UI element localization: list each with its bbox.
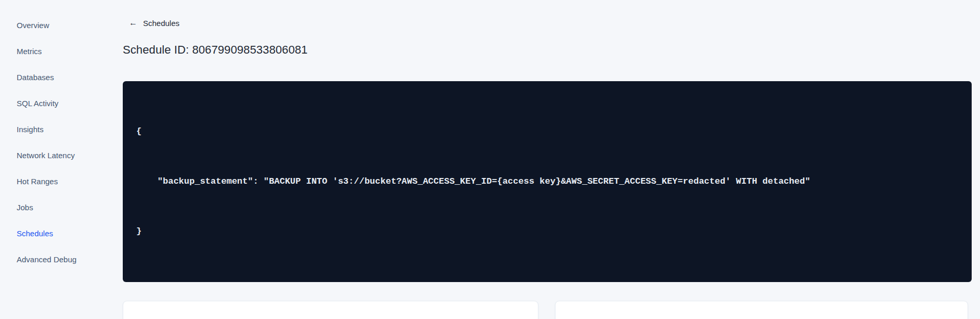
sidebar-item-schedules[interactable]: Schedules bbox=[0, 220, 123, 246]
sidebar-item-insights[interactable]: Insights bbox=[0, 116, 123, 142]
code-line: { bbox=[136, 123, 958, 140]
detail-row-creation-time: Creation Time Oct 20, 2022 at 17:12 UTC bbox=[568, 312, 955, 319]
schedule-summary-card: Label core_full_backups Status ACTIVE St… bbox=[123, 301, 538, 319]
sidebar: Overview Metrics Databases SQL Activity … bbox=[0, 0, 123, 319]
schedule-statement-code-block: { "backup_statement": "BACKUP INTO 's3:/… bbox=[123, 81, 972, 282]
sidebar-item-advanced-debug[interactable]: Advanced Debug bbox=[0, 246, 123, 272]
sidebar-item-jobs[interactable]: Jobs bbox=[0, 194, 123, 220]
back-arrow-icon: ← bbox=[129, 19, 137, 27]
code-line: } bbox=[136, 223, 958, 240]
main-content: ← Schedules Schedule ID: 806799098533806… bbox=[123, 0, 972, 319]
page: Overview Metrics Databases SQL Activity … bbox=[0, 0, 980, 319]
detail-row-label: Label core_full_backups bbox=[136, 312, 525, 319]
code-line: "backup_statement": "BACKUP INTO 's3://b… bbox=[136, 173, 958, 190]
sidebar-item-network-latency[interactable]: Network Latency bbox=[0, 142, 123, 168]
page-title: Schedule ID: 806799098533806081 bbox=[123, 43, 972, 57]
sidebar-item-databases[interactable]: Databases bbox=[0, 64, 123, 90]
back-link-schedules[interactable]: ← Schedules bbox=[129, 19, 179, 28]
sidebar-item-overview[interactable]: Overview bbox=[0, 12, 123, 38]
sidebar-item-hot-ranges[interactable]: Hot Ranges bbox=[0, 168, 123, 194]
sidebar-item-metrics[interactable]: Metrics bbox=[0, 38, 123, 64]
back-link-label: Schedules bbox=[143, 19, 179, 28]
sidebar-item-sql-activity[interactable]: SQL Activity bbox=[0, 90, 123, 116]
detail-cards: Label core_full_backups Status ACTIVE St… bbox=[123, 301, 972, 319]
schedule-timing-card: Creation Time Oct 20, 2022 at 17:12 UTC … bbox=[555, 301, 968, 319]
